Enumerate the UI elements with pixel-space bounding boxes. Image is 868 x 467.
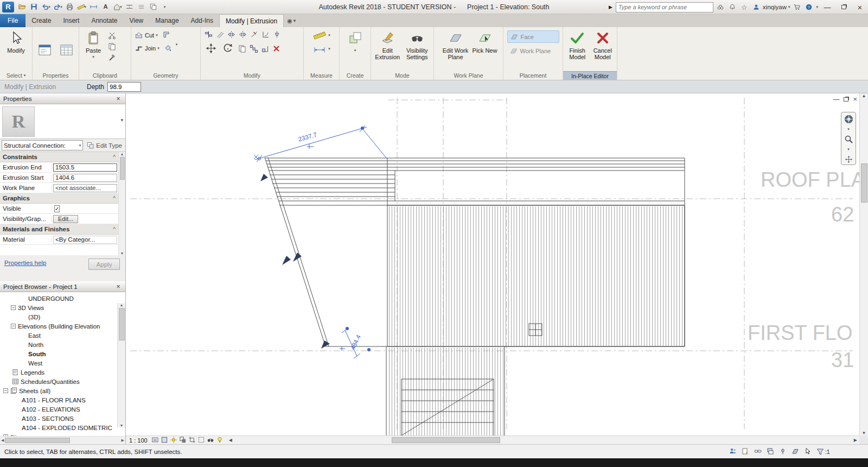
view-restore-icon[interactable] [844, 97, 848, 102]
visibility-settings-button[interactable]: Visibility Settings [403, 29, 432, 60]
detail-level-icon[interactable] [151, 436, 159, 445]
expand-icon[interactable]: + [3, 434, 8, 436]
panel-label-create[interactable]: Create [340, 71, 371, 80]
panel-label-measure[interactable]: Measure [304, 71, 339, 80]
depth-input[interactable] [107, 82, 141, 92]
trim-icon[interactable] [260, 29, 271, 40]
delete-icon[interactable] [271, 43, 282, 54]
scroll-down-icon[interactable]: ▼ [120, 251, 124, 255]
tree-item-sheets[interactable]: −Sheets (all) [0, 386, 125, 395]
type-preview[interactable]: R ▾ [0, 104, 125, 139]
show-crop-region-icon[interactable] [197, 436, 205, 445]
tab-insert[interactable]: Insert [57, 14, 85, 27]
properties-palette-icon[interactable] [36, 41, 54, 60]
crop-view-icon[interactable] [188, 436, 196, 445]
scroll-up-icon[interactable]: ▲ [120, 152, 124, 156]
join-button[interactable]: Join▾ [133, 42, 161, 54]
dimension-grips[interactable] [346, 127, 371, 351]
ribbon-options-icon[interactable]: ◉▾ [284, 14, 299, 27]
scale-button[interactable]: 1 : 100 [129, 437, 148, 444]
cope-icon[interactable] [161, 29, 172, 40]
section-materials[interactable]: Materials and Finishes^ [0, 224, 118, 235]
edit-extrusion-button[interactable]: Edit Extrusion [373, 29, 402, 60]
undo-icon[interactable]: ▾ [40, 2, 52, 12]
shadows-icon[interactable] [179, 436, 187, 445]
tree-item-a101[interactable]: A101 - FLOOR PLANS [0, 395, 125, 405]
panel-label-placement[interactable]: Placement [503, 71, 563, 80]
cut-clipboard-icon[interactable] [106, 30, 117, 41]
project-browser-header[interactable]: Project Browser - Project 1 × [0, 281, 125, 292]
properties-help-link[interactable]: Properties help [4, 260, 46, 266]
measure-button[interactable]: ▾ [311, 29, 331, 41]
section-icon[interactable] [124, 2, 135, 12]
tree-item-schedules[interactable]: Schedules/Quantities [0, 377, 125, 386]
favorites-star-icon[interactable]: ☆ [739, 2, 749, 12]
scroll-thumb[interactable] [5, 438, 70, 443]
scroll-up-icon[interactable]: ▲ [862, 93, 866, 98]
visibility-edit-button[interactable]: Edit... [53, 215, 78, 223]
tree-item-undergound[interactable]: UNDERGOUND [0, 294, 125, 303]
tree-item-a102[interactable]: A102 - ELEVATIONS [0, 405, 125, 414]
scroll-right-icon[interactable]: ▶ [122, 438, 124, 443]
zoom-icon[interactable] [844, 135, 853, 146]
tree-item-3d-views[interactable]: −3D Views [0, 303, 125, 312]
editing-requests-icon[interactable] [742, 447, 749, 456]
help-menu-caret-icon[interactable]: ▾ [816, 5, 818, 9]
cut-geometry-button[interactable]: Cut▾ [133, 29, 159, 41]
browser-horizontal-scrollbar[interactable]: ◀ ▶ [0, 436, 125, 444]
collapse-icon[interactable]: − [11, 305, 16, 310]
notifications-bell-icon[interactable] [727, 2, 737, 12]
rotate-icon[interactable] [220, 41, 236, 56]
dimension-button[interactable]: ▾ [311, 43, 331, 54]
minimize-button[interactable]: — [820, 2, 834, 12]
tab-annotate[interactable]: Annotate [85, 14, 123, 27]
qat-customize-icon[interactable]: ▾ [159, 2, 171, 12]
panel-label-work-plane[interactable]: Work Plane [434, 71, 503, 80]
tree-item-legends[interactable]: Legends [0, 368, 125, 377]
zoom-caret-icon[interactable]: ▾ [847, 147, 850, 152]
redo-icon[interactable]: ▾ [52, 2, 63, 12]
pan-icon[interactable] [844, 155, 853, 166]
dimension-value-main[interactable]: 2337.7 [297, 131, 317, 143]
tree-item-elevations[interactable]: −Elevations (Building Elevation [0, 321, 125, 331]
user-account[interactable]: xinqiyaw ▾ [751, 2, 790, 12]
panel-label-in-place-editor[interactable]: In-Place Editor [563, 71, 617, 80]
scroll-thumb[interactable] [392, 437, 500, 443]
visual-style-icon[interactable] [161, 436, 168, 445]
tree-item-south[interactable]: South [0, 349, 125, 358]
scroll-left-icon[interactable]: ◀ [1, 438, 4, 443]
open-icon[interactable] [16, 2, 28, 12]
visible-checkbox[interactable]: ✓ [54, 205, 60, 212]
tree-item-partial[interactable]: + [0, 432, 125, 436]
scale-icon[interactable] [259, 43, 270, 54]
browser-vertical-scrollbar[interactable]: ▲ ▼ [117, 303, 125, 427]
control-arrows[interactable] [260, 174, 330, 349]
select-links-icon[interactable] [754, 447, 762, 456]
cancel-model-button[interactable]: Cancel Model [591, 29, 615, 60]
properties-header[interactable]: Properties × [0, 93, 125, 104]
view-minimize-icon[interactable]: — [833, 96, 839, 103]
infocenter-collapse-icon[interactable]: ▶ [609, 4, 612, 10]
match-type-icon[interactable] [106, 52, 117, 62]
dimension-value-small[interactable]: 484.4 [349, 333, 362, 351]
drag-on-selection-icon[interactable] [804, 447, 812, 456]
close-hidden-windows-icon[interactable] [148, 2, 159, 12]
aligned-dimension-icon[interactable] [88, 2, 99, 12]
tab-addins[interactable]: Add-Ins [185, 14, 219, 27]
work-plane-field[interactable]: <not associate... [53, 184, 117, 192]
paste-button[interactable]: Paste ▾ [81, 29, 105, 60]
close-button[interactable]: × [853, 2, 867, 12]
tab-create[interactable]: Create [25, 14, 57, 27]
selection-filter[interactable]: :1 [816, 448, 830, 456]
scroll-up-icon[interactable]: ▲ [120, 303, 124, 307]
material-field[interactable]: <By Categor... [53, 236, 117, 244]
scroll-thumb[interactable] [861, 163, 867, 203]
scroll-down-icon[interactable]: ▼ [862, 431, 866, 436]
tree-item-east[interactable]: East [0, 331, 125, 340]
search-box[interactable] [616, 2, 713, 12]
scroll-thumb[interactable] [119, 308, 125, 340]
project-browser-close-icon[interactable]: × [114, 283, 122, 291]
scroll-left-icon[interactable]: ◀ [227, 438, 234, 443]
navigation-bar[interactable]: ▾ ▾ [841, 112, 856, 165]
section-graphics[interactable]: Graphics^ [0, 193, 118, 204]
